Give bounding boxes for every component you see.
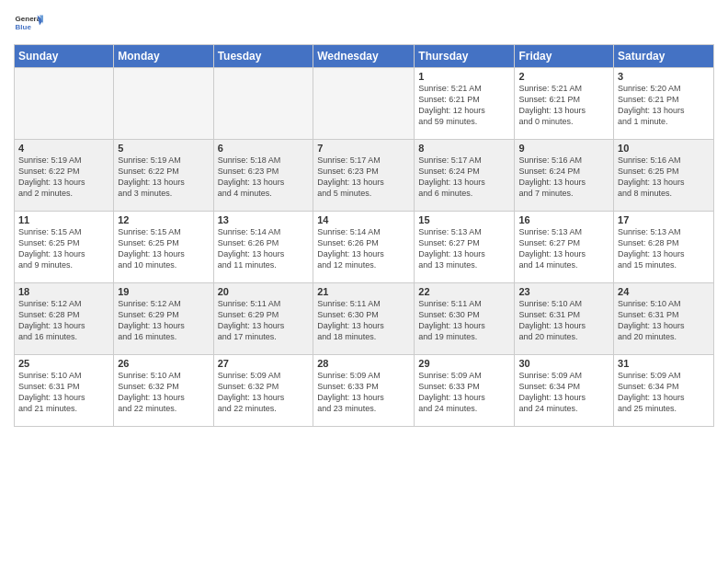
day-number: 29 xyxy=(418,358,510,369)
day-number: 23 xyxy=(518,286,609,297)
weekday-sunday: Sunday xyxy=(15,45,114,68)
calendar-week-row: 11Sunrise: 5:15 AM Sunset: 6:25 PM Dayli… xyxy=(15,212,714,283)
day-number: 31 xyxy=(618,358,710,369)
cell-info: Sunrise: 5:10 AM Sunset: 6:31 PM Dayligh… xyxy=(618,298,710,343)
calendar-cell: 22Sunrise: 5:11 AM Sunset: 6:30 PM Dayli… xyxy=(415,283,515,355)
day-number: 14 xyxy=(317,214,410,225)
cell-info: Sunrise: 5:10 AM Sunset: 6:32 PM Dayligh… xyxy=(118,370,209,415)
calendar-cell: 23Sunrise: 5:10 AM Sunset: 6:31 PM Dayli… xyxy=(515,283,614,355)
cell-info: Sunrise: 5:21 AM Sunset: 6:21 PM Dayligh… xyxy=(418,83,510,128)
calendar-body: 1Sunrise: 5:21 AM Sunset: 6:21 PM Daylig… xyxy=(15,68,714,427)
cell-info: Sunrise: 5:09 AM Sunset: 6:34 PM Dayligh… xyxy=(618,370,710,415)
day-number: 4 xyxy=(18,143,109,154)
day-number: 19 xyxy=(118,286,209,297)
calendar-cell: 8Sunrise: 5:17 AM Sunset: 6:24 PM Daylig… xyxy=(415,140,515,212)
calendar-cell: 18Sunrise: 5:12 AM Sunset: 6:28 PM Dayli… xyxy=(15,283,114,355)
day-number: 24 xyxy=(618,286,710,297)
calendar-cell: 24Sunrise: 5:10 AM Sunset: 6:31 PM Dayli… xyxy=(614,283,714,355)
day-number: 27 xyxy=(218,358,310,369)
day-number: 9 xyxy=(518,143,609,154)
cell-info: Sunrise: 5:09 AM Sunset: 6:34 PM Dayligh… xyxy=(518,370,609,415)
calendar-cell: 4Sunrise: 5:19 AM Sunset: 6:22 PM Daylig… xyxy=(15,140,114,212)
cell-info: Sunrise: 5:13 AM Sunset: 6:27 PM Dayligh… xyxy=(418,226,510,271)
cell-info: Sunrise: 5:20 AM Sunset: 6:21 PM Dayligh… xyxy=(618,83,710,128)
calendar-cell: 2Sunrise: 5:21 AM Sunset: 6:21 PM Daylig… xyxy=(515,68,614,140)
calendar-cell: 31Sunrise: 5:09 AM Sunset: 6:34 PM Dayli… xyxy=(614,355,714,427)
weekday-friday: Friday xyxy=(515,45,614,68)
calendar-cell: 29Sunrise: 5:09 AM Sunset: 6:33 PM Dayli… xyxy=(415,355,515,427)
calendar-cell: 3Sunrise: 5:20 AM Sunset: 6:21 PM Daylig… xyxy=(614,68,714,140)
weekday-saturday: Saturday xyxy=(614,45,714,68)
day-number: 3 xyxy=(618,71,710,82)
weekday-tuesday: Tuesday xyxy=(213,45,313,68)
calendar-cell: 16Sunrise: 5:13 AM Sunset: 6:27 PM Dayli… xyxy=(515,212,614,283)
calendar-cell: 15Sunrise: 5:13 AM Sunset: 6:27 PM Dayli… xyxy=(415,212,515,283)
day-number: 15 xyxy=(418,214,510,225)
day-number: 22 xyxy=(418,286,510,297)
day-number: 28 xyxy=(317,358,410,369)
logo: General Blue xyxy=(14,9,47,39)
calendar-cell: 21Sunrise: 5:11 AM Sunset: 6:30 PM Dayli… xyxy=(313,283,415,355)
cell-info: Sunrise: 5:10 AM Sunset: 6:31 PM Dayligh… xyxy=(518,298,609,343)
calendar-cell: 1Sunrise: 5:21 AM Sunset: 6:21 PM Daylig… xyxy=(415,68,515,140)
calendar-cell: 14Sunrise: 5:14 AM Sunset: 6:26 PM Dayli… xyxy=(313,212,415,283)
cell-info: Sunrise: 5:11 AM Sunset: 6:30 PM Dayligh… xyxy=(317,298,410,343)
cell-info: Sunrise: 5:11 AM Sunset: 6:30 PM Dayligh… xyxy=(418,298,510,343)
day-number: 1 xyxy=(418,71,510,82)
calendar-week-row: 25Sunrise: 5:10 AM Sunset: 6:31 PM Dayli… xyxy=(15,355,714,427)
calendar-cell xyxy=(313,68,415,140)
calendar-cell: 26Sunrise: 5:10 AM Sunset: 6:32 PM Dayli… xyxy=(114,355,213,427)
calendar-week-row: 4Sunrise: 5:19 AM Sunset: 6:22 PM Daylig… xyxy=(15,140,714,212)
cell-info: Sunrise: 5:10 AM Sunset: 6:31 PM Dayligh… xyxy=(18,370,109,415)
svg-text:Blue: Blue xyxy=(16,23,32,31)
day-number: 16 xyxy=(518,214,609,225)
weekday-wednesday: Wednesday xyxy=(313,45,415,68)
calendar-cell: 27Sunrise: 5:09 AM Sunset: 6:32 PM Dayli… xyxy=(213,355,313,427)
day-number: 2 xyxy=(518,71,609,82)
weekday-thursday: Thursday xyxy=(415,45,515,68)
cell-info: Sunrise: 5:17 AM Sunset: 6:23 PM Dayligh… xyxy=(317,155,410,200)
calendar-week-row: 18Sunrise: 5:12 AM Sunset: 6:28 PM Dayli… xyxy=(15,283,714,355)
day-number: 20 xyxy=(218,286,310,297)
weekday-monday: Monday xyxy=(114,45,213,68)
calendar-header: SundayMondayTuesdayWednesdayThursdayFrid… xyxy=(15,45,714,68)
cell-info: Sunrise: 5:21 AM Sunset: 6:21 PM Dayligh… xyxy=(518,83,609,128)
calendar-container: General Blue SundayMondayTuesdayWednesda… xyxy=(0,0,728,436)
calendar-cell: 5Sunrise: 5:19 AM Sunset: 6:22 PM Daylig… xyxy=(114,140,213,212)
cell-info: Sunrise: 5:13 AM Sunset: 6:28 PM Dayligh… xyxy=(618,226,710,271)
cell-info: Sunrise: 5:15 AM Sunset: 6:25 PM Dayligh… xyxy=(118,226,209,271)
cell-info: Sunrise: 5:12 AM Sunset: 6:29 PM Dayligh… xyxy=(118,298,209,343)
day-number: 11 xyxy=(18,214,109,225)
calendar-cell: 28Sunrise: 5:09 AM Sunset: 6:33 PM Dayli… xyxy=(313,355,415,427)
day-number: 13 xyxy=(218,214,310,225)
header-top: General Blue xyxy=(14,9,714,39)
cell-info: Sunrise: 5:19 AM Sunset: 6:22 PM Dayligh… xyxy=(18,155,109,200)
calendar-cell: 7Sunrise: 5:17 AM Sunset: 6:23 PM Daylig… xyxy=(313,140,415,212)
cell-info: Sunrise: 5:09 AM Sunset: 6:33 PM Dayligh… xyxy=(317,370,410,415)
day-number: 12 xyxy=(118,214,209,225)
cell-info: Sunrise: 5:13 AM Sunset: 6:27 PM Dayligh… xyxy=(518,226,609,271)
cell-info: Sunrise: 5:16 AM Sunset: 6:24 PM Dayligh… xyxy=(518,155,609,200)
calendar-cell: 9Sunrise: 5:16 AM Sunset: 6:24 PM Daylig… xyxy=(515,140,614,212)
cell-info: Sunrise: 5:17 AM Sunset: 6:24 PM Dayligh… xyxy=(418,155,510,200)
calendar-cell: 25Sunrise: 5:10 AM Sunset: 6:31 PM Dayli… xyxy=(15,355,114,427)
calendar-cell xyxy=(114,68,213,140)
day-number: 8 xyxy=(418,143,510,154)
calendar-cell: 13Sunrise: 5:14 AM Sunset: 6:26 PM Dayli… xyxy=(213,212,313,283)
day-number: 5 xyxy=(118,143,209,154)
calendar-cell: 30Sunrise: 5:09 AM Sunset: 6:34 PM Dayli… xyxy=(515,355,614,427)
calendar-cell: 19Sunrise: 5:12 AM Sunset: 6:29 PM Dayli… xyxy=(114,283,213,355)
day-number: 7 xyxy=(317,143,410,154)
calendar-cell: 17Sunrise: 5:13 AM Sunset: 6:28 PM Dayli… xyxy=(614,212,714,283)
calendar-cell: 6Sunrise: 5:18 AM Sunset: 6:23 PM Daylig… xyxy=(213,140,313,212)
day-number: 10 xyxy=(618,143,710,154)
calendar-cell: 10Sunrise: 5:16 AM Sunset: 6:25 PM Dayli… xyxy=(614,140,714,212)
calendar-week-row: 1Sunrise: 5:21 AM Sunset: 6:21 PM Daylig… xyxy=(15,68,714,140)
calendar-table: SundayMondayTuesdayWednesdayThursdayFrid… xyxy=(14,44,714,427)
calendar-cell: 12Sunrise: 5:15 AM Sunset: 6:25 PM Dayli… xyxy=(114,212,213,283)
calendar-cell xyxy=(213,68,313,140)
cell-info: Sunrise: 5:14 AM Sunset: 6:26 PM Dayligh… xyxy=(218,226,310,271)
cell-info: Sunrise: 5:09 AM Sunset: 6:33 PM Dayligh… xyxy=(418,370,510,415)
day-number: 26 xyxy=(118,358,209,369)
cell-info: Sunrise: 5:14 AM Sunset: 6:26 PM Dayligh… xyxy=(317,226,410,271)
